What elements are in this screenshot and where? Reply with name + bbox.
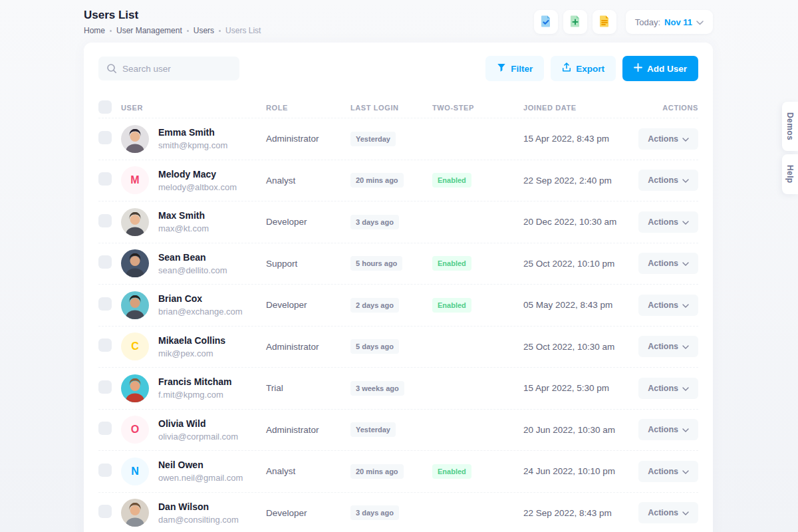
row-checkbox[interactable]	[98, 464, 112, 477]
user-role: Analyst	[266, 466, 350, 476]
joined-date: 24 Jun 2022, 10:10 pm	[523, 466, 632, 476]
user-role: Administrator	[266, 425, 350, 435]
avatar[interactable]	[121, 249, 149, 277]
actions-button[interactable]: Actions	[638, 295, 698, 316]
export-button-label: Export	[576, 64, 604, 74]
chevron-down-icon	[682, 176, 689, 185]
user-role: Developer	[266, 300, 350, 310]
user-name[interactable]: Sean Bean	[158, 252, 227, 263]
chevron-down-icon	[682, 425, 689, 434]
table-row: Max Smith max@kt.com Developer 3 days ag…	[98, 201, 698, 243]
breadcrumb-dot	[187, 30, 189, 32]
actions-button[interactable]: Actions	[638, 378, 698, 399]
row-checkbox[interactable]	[98, 255, 112, 269]
avatar[interactable]: C	[121, 332, 149, 360]
avatar[interactable]	[121, 499, 149, 527]
side-tabs: DemosHelp	[782, 102, 798, 194]
chevron-down-icon	[682, 217, 689, 227]
row-checkbox[interactable]	[98, 131, 112, 144]
user-name[interactable]: Emma Smith	[158, 127, 227, 138]
avatar[interactable]	[121, 374, 149, 402]
column-two-step: TWO-STEP	[432, 104, 523, 112]
user-email[interactable]: owen.neil@gmail.com	[158, 473, 243, 483]
table-row: Sean Bean sean@dellito.com Support 5 hou…	[98, 243, 698, 285]
user-email[interactable]: mik@pex.com	[158, 348, 225, 358]
two-step-badge: Enabled	[432, 298, 471, 313]
last-login-badge: Yesterday	[350, 132, 396, 146]
user-role: Trial	[266, 383, 350, 393]
joined-date: 22 Sep 2022, 2:40 pm	[523, 176, 632, 186]
joined-date: 20 Jun 2022, 10:30 am	[523, 425, 632, 435]
user-name[interactable]: Brian Cox	[158, 293, 243, 304]
export-button[interactable]: Export	[551, 56, 616, 81]
actions-button[interactable]: Actions	[638, 128, 698, 150]
chevron-down-icon	[682, 467, 689, 476]
search-input[interactable]	[98, 57, 239, 80]
actions-button[interactable]: Actions	[638, 253, 698, 274]
column-role: ROLE	[266, 104, 350, 112]
user-name[interactable]: Olivia Wild	[158, 418, 238, 429]
joined-date: 15 Apr 2022, 5:30 pm	[523, 383, 632, 393]
user-email[interactable]: f.mit@kpmg.com	[158, 390, 231, 400]
side-tab-help[interactable]: Help	[782, 154, 798, 194]
row-checkbox[interactable]	[98, 214, 112, 227]
user-email[interactable]: dam@consilting.com	[158, 515, 239, 525]
user-name[interactable]: Melody Macy	[158, 169, 237, 180]
last-login-badge: 3 days ago	[350, 505, 399, 520]
actions-button[interactable]: Actions	[638, 211, 698, 233]
breadcrumb-item[interactable]: User Management	[116, 26, 182, 35]
avatar[interactable]	[121, 125, 149, 153]
last-login-badge: 20 mins ago	[350, 464, 404, 479]
row-checkbox[interactable]	[98, 172, 112, 186]
user-email[interactable]: olivia@corpmail.com	[158, 432, 238, 442]
add-user-button[interactable]: Add User	[622, 56, 698, 81]
file-plus-icon	[569, 15, 582, 30]
file-lines-button[interactable]	[593, 10, 616, 34]
search-wrap	[98, 57, 239, 80]
row-checkbox[interactable]	[98, 380, 112, 394]
row-checkbox[interactable]	[98, 297, 112, 311]
last-login-badge: 20 mins ago	[350, 173, 404, 188]
user-name[interactable]: Mikaela Collins	[158, 335, 225, 346]
file-plus-button[interactable]	[563, 10, 587, 34]
avatar[interactable]: M	[121, 166, 149, 194]
select-all-checkbox[interactable]	[98, 100, 112, 114]
filter-button[interactable]: Filter	[485, 56, 544, 81]
joined-date: 22 Sep 2022, 8:43 pm	[523, 508, 632, 518]
actions-button[interactable]: Actions	[638, 502, 698, 523]
user-role: Developer	[266, 217, 350, 227]
avatar[interactable]	[121, 291, 149, 319]
avatar[interactable]	[121, 208, 149, 236]
date-picker-button[interactable]: Today: Nov 11	[626, 10, 713, 34]
side-tab-demos[interactable]: Demos	[782, 102, 798, 151]
user-email[interactable]: max@kt.com	[158, 223, 209, 233]
file-check-button[interactable]	[534, 10, 558, 34]
last-login-badge: 5 hours ago	[350, 256, 402, 271]
row-checkbox[interactable]	[98, 505, 112, 518]
breadcrumb-item[interactable]: Home	[84, 26, 105, 35]
breadcrumb-item[interactable]: Users	[194, 26, 214, 35]
add-user-button-label: Add User	[647, 64, 687, 74]
user-email[interactable]: smith@kpmg.com	[158, 140, 227, 150]
file-check-icon	[539, 15, 553, 30]
avatar[interactable]: N	[121, 458, 149, 485]
table-row: M Melody Macy melody@altbox.com Analyst …	[98, 160, 698, 202]
actions-button[interactable]: Actions	[638, 461, 698, 482]
user-email[interactable]: sean@dellito.com	[158, 265, 227, 275]
table-body: Emma Smith smith@kpmg.com Administrator …	[98, 118, 698, 532]
actions-button[interactable]: Actions	[638, 336, 698, 357]
user-name[interactable]: Neil Owen	[158, 460, 243, 470]
user-email[interactable]: brian@exchange.com	[158, 307, 243, 317]
user-name[interactable]: Dan Wilson	[158, 501, 239, 512]
breadcrumb-item: Users List	[225, 26, 261, 35]
row-checkbox[interactable]	[98, 338, 112, 352]
user-email[interactable]: melody@altbox.com	[158, 182, 237, 192]
avatar[interactable]: O	[121, 416, 149, 444]
actions-button[interactable]: Actions	[638, 419, 698, 440]
actions-button-label: Actions	[648, 176, 678, 185]
user-name[interactable]: Francis Mitcham	[158, 376, 231, 387]
row-checkbox[interactable]	[98, 422, 112, 435]
chevron-down-icon	[696, 17, 704, 27]
user-name[interactable]: Max Smith	[158, 210, 209, 221]
actions-button[interactable]: Actions	[638, 170, 698, 191]
